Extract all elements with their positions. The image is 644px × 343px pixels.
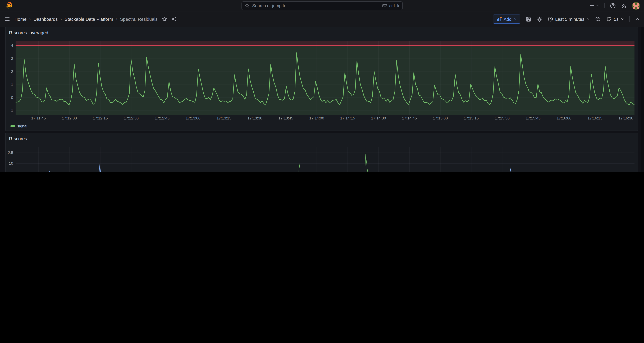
- x-axis-label: 17:14:00: [309, 116, 324, 120]
- dashboard-grid: R-scores: averaged -10123417:11:4517:12:…: [5, 27, 638, 172]
- chevron-down-icon: [621, 17, 624, 21]
- y-axis-label: 4: [11, 44, 13, 48]
- x-axis-label: 17:11:45: [31, 116, 46, 120]
- chart-canvas[interactable]: -2.502.557.51012.517:11:4517:12:0017:12:…: [8, 144, 635, 172]
- search-shortcut: ctrl+k: [389, 3, 399, 8]
- y-axis-label: 2: [11, 70, 13, 74]
- favorite-star-button[interactable]: [162, 16, 167, 22]
- y-axis-label: 12.5: [8, 150, 13, 155]
- time-range-label: Last 5 minutes: [555, 17, 584, 22]
- time-range-picker[interactable]: Last 5 minutes: [548, 16, 590, 22]
- chevron-down-icon: [596, 4, 599, 7]
- panel-title[interactable]: R-scores: averaged: [6, 27, 638, 38]
- dashboard-settings-button[interactable]: [536, 16, 542, 22]
- x-axis-label: 17:12:45: [155, 116, 170, 120]
- scrollbar-gutter[interactable]: [641, 27, 644, 172]
- user-avatar[interactable]: [632, 2, 640, 10]
- x-axis-label: 17:16:30: [618, 116, 633, 120]
- legend-swatch: [10, 125, 15, 127]
- y-axis-label: 0: [11, 95, 13, 100]
- keyboard-icon: [382, 3, 388, 8]
- avatar-pixel-art: [632, 2, 640, 10]
- x-axis-label: 17:15:45: [526, 116, 540, 120]
- news-button[interactable]: [621, 3, 627, 9]
- toolbar-actions: Add Last 5 minutes: [493, 15, 640, 24]
- rss-icon: [621, 3, 627, 9]
- x-axis-label: 17:12:00: [62, 116, 77, 120]
- search-input[interactable]: Search or jump to... ctrl+k: [242, 2, 403, 10]
- chevron-down-icon: [586, 17, 590, 21]
- search-placeholder: Search or jump to...: [252, 3, 380, 8]
- refresh-icon[interactable]: [606, 16, 612, 22]
- breadcrumb-separator: ›: [60, 17, 62, 22]
- zoom-out-button[interactable]: [595, 16, 601, 22]
- mega-menu-toggle[interactable]: [4, 16, 10, 22]
- dashboard-toolbar: Home › Dashboards › Stackable Data Platf…: [0, 12, 644, 27]
- breadcrumb-current-dashboard: Spectral Residuals: [120, 17, 158, 22]
- search-icon: [245, 3, 250, 8]
- y-axis-label: 3: [11, 57, 13, 61]
- share-button[interactable]: [172, 16, 177, 22]
- x-axis-label: 17:14:15: [340, 116, 355, 120]
- x-axis-label: 17:15:15: [464, 116, 479, 120]
- nav-divider: [604, 3, 605, 8]
- add-panel-button[interactable]: Add: [493, 15, 520, 24]
- grafana-logo-icon[interactable]: [5, 2, 13, 10]
- toolbar-divider: [629, 16, 630, 22]
- breadcrumb-dashboards[interactable]: Dashboards: [34, 17, 58, 22]
- panel-r-scores-averaged: R-scores: averaged -10123417:11:4517:12:…: [5, 27, 638, 131]
- x-axis-label: 17:12:15: [93, 116, 108, 120]
- refresh-picker[interactable]: 5s: [606, 16, 624, 22]
- x-axis-label: 17:13:30: [248, 116, 262, 120]
- chevron-down-icon: [513, 17, 517, 21]
- chart-canvas[interactable]: -10123417:11:4517:12:0017:12:1517:12:301…: [8, 38, 635, 122]
- x-axis-label: 17:15:00: [433, 116, 448, 120]
- breadcrumb-separator: ›: [116, 17, 117, 22]
- x-axis-label: 17:12:30: [124, 116, 139, 120]
- x-axis-label: 17:13:00: [186, 116, 200, 120]
- x-axis-label: 17:14:45: [402, 116, 417, 120]
- x-axis-label: 17:13:45: [278, 116, 293, 120]
- breadcrumb-separator: ›: [29, 17, 30, 22]
- question-circle-icon: [610, 3, 616, 9]
- panel-title[interactable]: R-scores: [6, 133, 638, 144]
- panel-r-scores: R-scores -2.502.557.51012.517:11:4517:12…: [5, 133, 638, 172]
- x-axis-label: 17:16:00: [557, 116, 572, 120]
- save-dashboard-button[interactable]: [525, 16, 531, 22]
- x-axis-label: 17:16:15: [588, 116, 602, 120]
- breadcrumb-home[interactable]: Home: [14, 17, 26, 22]
- breadcrumb: Home › Dashboards › Stackable Data Platf…: [14, 17, 158, 22]
- legend-label: signal: [17, 124, 27, 128]
- breadcrumb-folder[interactable]: Stackable Data Platform: [65, 17, 113, 22]
- x-axis-label: 17:13:15: [216, 116, 232, 120]
- clock-icon: [548, 16, 553, 22]
- y-axis-label: 1: [11, 82, 13, 87]
- x-axis-label: 17:14:30: [371, 116, 386, 120]
- legend-item[interactable]: signal: [10, 124, 27, 128]
- x-axis-label: 17:15:30: [495, 116, 510, 120]
- grafana-app: Search or jump to... ctrl+k: [0, 0, 644, 172]
- y-axis-label: 10: [9, 161, 13, 166]
- series-line-r2_score: [16, 154, 634, 172]
- collapse-toolbar-button[interactable]: [635, 17, 640, 22]
- plus-icon: [589, 3, 595, 8]
- nav-right-actions: [589, 2, 640, 10]
- refresh-interval-label: 5s: [614, 17, 618, 22]
- add-label: Add: [504, 17, 512, 22]
- chart-legend: signal: [10, 123, 635, 130]
- new-menu-button[interactable]: [589, 3, 599, 8]
- help-button[interactable]: [610, 3, 616, 9]
- series-line-r1_score: [16, 164, 634, 172]
- y-axis-label: -1: [10, 108, 13, 113]
- top-nav-bar: Search or jump to... ctrl+k: [0, 0, 644, 12]
- add-panel-icon: [496, 16, 502, 22]
